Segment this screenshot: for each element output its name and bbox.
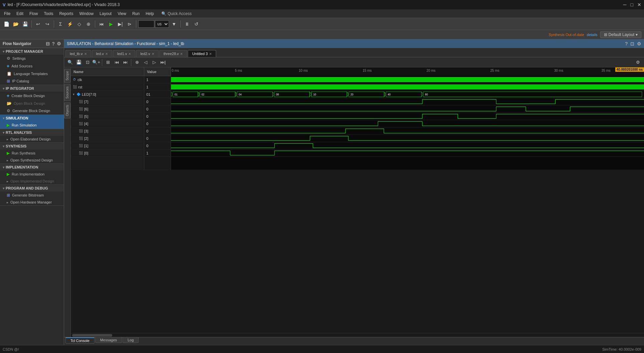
redo-button[interactable]: ↪: [43, 20, 52, 28]
wave-zoom-fit-button[interactable]: ⊡: [84, 58, 92, 66]
nav-item-add-sources[interactable]: + Add Sources: [0, 62, 64, 70]
menu-window[interactable]: Window: [76, 11, 96, 17]
run-sim-button[interactable]: ▶: [107, 20, 115, 28]
minimize-button[interactable]: ─: [623, 2, 627, 7]
time-unit-select[interactable]: us ns ps ms: [155, 20, 169, 28]
menu-layout[interactable]: Layout: [97, 11, 114, 17]
menu-view[interactable]: View: [115, 11, 129, 17]
tab-led2-v[interactable]: led2.v ✕: [136, 50, 158, 57]
section-synthesis-header[interactable]: ▾ SYNTHESIS: [0, 143, 64, 149]
elaborate-button[interactable]: ⚡: [65, 20, 74, 28]
wave-end-button[interactable]: ⏭|: [159, 58, 167, 66]
menu-file[interactable]: File: [1, 11, 13, 17]
nav-item-ip-catalog[interactable]: ⊞ IP Catalog: [0, 77, 64, 85]
wave-row-rst[interactable]: ⬛ rst 1: [71, 83, 644, 91]
menu-run[interactable]: Run: [130, 11, 142, 17]
nav-item-open-elaborated-design[interactable]: ▸ Open Elaborated Design: [0, 136, 64, 142]
tab-untitled3[interactable]: Untitled 3 ✕: [188, 50, 216, 57]
section-ip-integrator-header[interactable]: ▾ IP INTEGRATOR: [0, 85, 64, 92]
led-expand-icon[interactable]: ▾: [73, 92, 74, 96]
objects-tab[interactable]: Objects: [64, 102, 70, 118]
tab-tcl-console[interactable]: Tcl Console: [65, 337, 95, 344]
wave-horizontal-scrollbar[interactable]: [71, 333, 644, 337]
wave-row-led7[interactable]: ⬛ [7] 0: [71, 98, 644, 105]
tab-led-v[interactable]: led.v ✕: [92, 50, 112, 57]
compile-button[interactable]: Σ: [56, 20, 65, 28]
tab-led-tb-v-close[interactable]: ✕: [84, 52, 87, 56]
section-impl-header[interactable]: ▾ IMPLEMENTATION: [0, 164, 64, 170]
default-layout-button[interactable]: ⊞ Default Layout ▾: [600, 31, 641, 38]
run-all-button[interactable]: ⊳: [125, 20, 134, 28]
tab-led-tb-v[interactable]: led_tb.v ✕: [65, 50, 91, 57]
maximize-button[interactable]: □: [631, 2, 633, 7]
section-program-debug-header[interactable]: ▾ PROGRAM AND DEBUG: [0, 185, 64, 192]
wave-row-led1[interactable]: ⬛ [1] 0: [71, 142, 644, 149]
nav-item-create-block-design[interactable]: + Create Block Design: [0, 92, 64, 100]
restart-sim-button[interactable]: ⏮: [97, 20, 106, 28]
wave-row-led0[interactable]: ⬛ [0] 1: [71, 149, 644, 157]
undo-button[interactable]: ↩: [34, 20, 42, 28]
refresh-button[interactable]: ↺: [192, 20, 201, 28]
wave-save-button[interactable]: 💾: [75, 58, 83, 66]
wave-expand-button[interactable]: ⊞: [104, 58, 112, 66]
tab-led1-v-close[interactable]: ✕: [128, 52, 131, 56]
nav-item-generate-bitstream[interactable]: ⊞ Generate Bitstream: [0, 192, 64, 199]
wave-row-led-bus[interactable]: ▾ 🔷 LED[7:0] 01: [71, 91, 644, 98]
tab-three28-v[interactable]: three28.v ✕: [159, 50, 187, 57]
wave-row-led5[interactable]: ⬛ [5] 0: [71, 113, 644, 120]
new-button[interactable]: 📄: [2, 20, 11, 28]
open-button[interactable]: 📂: [11, 20, 20, 28]
wave-next-marker[interactable]: ▷: [150, 58, 158, 66]
tab-led-v-close[interactable]: ✕: [105, 52, 108, 56]
time-input[interactable]: 10: [138, 20, 154, 28]
sources-tab[interactable]: Sources: [64, 84, 70, 101]
sim-float-icon[interactable]: ⊡: [630, 41, 634, 46]
nav-item-open-synthesized-design[interactable]: ▸ Open Synthesized Design: [0, 157, 64, 163]
sim-settings-icon[interactable]: ⚙: [637, 41, 641, 46]
synthesis-details-link[interactable]: details: [587, 33, 598, 37]
wave-scroll-thumb[interactable]: [72, 334, 112, 337]
synth-button[interactable]: ◇: [75, 20, 84, 28]
wave-search-button[interactable]: 🔍: [66, 58, 74, 66]
tab-log[interactable]: Log: [123, 337, 139, 343]
section-rtl-header[interactable]: ▾ RTL ANALYSIS: [0, 129, 64, 136]
save-button[interactable]: 💾: [21, 20, 29, 28]
sim-help-icon[interactable]: ?: [625, 41, 628, 46]
menu-tools[interactable]: Tools: [41, 11, 56, 17]
flow-nav-settings-icon[interactable]: ⚙: [57, 41, 61, 46]
wave-row-led6[interactable]: ⬛ [6] 0: [71, 105, 644, 113]
wave-cursor-next[interactable]: ⏭: [121, 58, 129, 66]
nav-item-language-templates[interactable]: 📋 Language Templates: [0, 70, 64, 77]
close-button[interactable]: ✕: [637, 2, 641, 7]
nav-item-open-hardware-manager[interactable]: ▸ Open Hardware Manager: [0, 199, 64, 206]
section-simulation-header[interactable]: ▾ SIMULATION: [0, 115, 64, 121]
nav-item-run-simulation[interactable]: ▶ Run Simulation: [0, 121, 64, 129]
nav-item-settings[interactable]: ⚙ Settings: [0, 55, 64, 62]
impl-button[interactable]: ⊕: [84, 20, 93, 28]
menu-reports[interactable]: Reports: [56, 11, 76, 17]
step-button[interactable]: ▶|: [116, 20, 125, 28]
nav-item-run-synthesis[interactable]: ▶ Run Synthesis: [0, 149, 64, 157]
wave-row-led2[interactable]: ⬛ [2] 0: [71, 135, 644, 142]
wave-row-led3[interactable]: ⬛ [3] 0: [71, 127, 644, 135]
nav-item-generate-block-design[interactable]: ⚙ Generate Block Design: [0, 107, 64, 114]
wave-row-clk[interactable]: ⏱ clk 1: [71, 76, 644, 83]
menu-flow[interactable]: Flow: [27, 11, 40, 17]
menu-help[interactable]: Help: [143, 11, 157, 17]
tab-untitled3-close[interactable]: ✕: [209, 52, 212, 56]
wave-settings-icon[interactable]: ⚙: [634, 58, 642, 66]
section-project-manager-header[interactable]: ▾ PROJECT MANAGER: [0, 48, 64, 55]
tab-led1-v[interactable]: led1.v ✕: [113, 50, 135, 57]
run-for-button[interactable]: ▼: [170, 20, 178, 28]
stop-button[interactable]: ⏸: [183, 20, 191, 28]
wave-cursor-prev[interactable]: ⏮: [113, 58, 121, 66]
wave-add-marker[interactable]: ⊕: [133, 58, 141, 66]
flow-nav-pin-icon[interactable]: ⊟: [46, 41, 50, 46]
nav-item-run-implementation[interactable]: ▶ Run Implementation: [0, 170, 64, 178]
flow-nav-question-icon[interactable]: ?: [52, 41, 55, 46]
tab-led2-v-close[interactable]: ✕: [152, 52, 154, 56]
scope-tab[interactable]: Scope: [64, 69, 70, 83]
menu-edit[interactable]: Edit: [14, 11, 26, 17]
wave-row-led4[interactable]: ⬛ [4] 0: [71, 120, 644, 127]
wave-zoom-in-button[interactable]: 🔍+: [92, 58, 100, 66]
